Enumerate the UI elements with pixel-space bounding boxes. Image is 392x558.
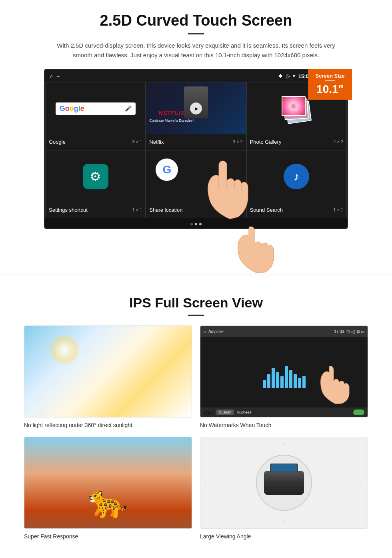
- car-circle: [256, 455, 312, 511]
- feature-img-sunlight: [24, 325, 192, 417]
- netflix-brand: NETFLIX: [149, 110, 194, 116]
- eq-custom-btn[interactable]: Custom: [216, 409, 234, 415]
- gallery-app-size: 2 × 2: [333, 139, 343, 144]
- gallery-item-3: 🌸: [282, 96, 306, 116]
- badge-label: Screen Size: [314, 73, 346, 79]
- pagination-bar: [45, 218, 347, 228]
- eq-title: Amplifier: [208, 329, 224, 334]
- car-visual: ↑ ↓ ← →: [200, 437, 368, 528]
- feature-img-car: ↑ ↓ ← →: [200, 437, 368, 529]
- equalizer-visual: ⌂ Amplifier 17:33 ⊡ ◁) ⊠ ▭: [200, 326, 368, 417]
- google-app-inner: Google 🎤: [46, 82, 145, 134]
- share-app-label: Share location: [149, 207, 182, 213]
- google-logo: Google: [60, 104, 84, 113]
- mic-icon: 🎤: [125, 105, 132, 112]
- feature-label-sunlight: No light reflecting under 360° direct su…: [24, 422, 132, 428]
- sound-app-size: 1 × 1: [333, 207, 343, 212]
- eq-bar-7: [289, 370, 292, 388]
- feature-item-sunlight: No light reflecting under 360° direct su…: [24, 325, 192, 429]
- app-cell-settings[interactable]: ⚙ ⚙ Settings shortcut 1 × 1: [45, 150, 146, 218]
- section-ips: IPS Full Screen View No light reflecting…: [0, 287, 392, 552]
- eq-main: [200, 337, 368, 407]
- feature-img-cheetah: 🐆: [24, 437, 192, 529]
- usb-icon: ⌁: [56, 73, 60, 79]
- section1-description: With 2.5D curved-display screen, this de…: [56, 41, 336, 60]
- eq-prev-icon: ◁◁: [204, 409, 213, 416]
- section1-divider: [188, 33, 204, 34]
- app-cell-netflix[interactable]: NETFLIX Continue Marvel's Daredevil Netf…: [146, 82, 246, 150]
- share-icon: G: [156, 159, 178, 181]
- cheetah-visual: 🐆: [24, 437, 192, 528]
- eq-hand: [320, 366, 352, 407]
- eq-bar-4: [276, 372, 279, 388]
- eq-bar-5: [280, 376, 284, 388]
- app-cell-share[interactable]: G: [146, 150, 246, 218]
- eq-loudness-label: loudness: [237, 410, 251, 414]
- view-angle-right: →: [359, 480, 364, 486]
- gallery-label-bar: Photo Gallery 2 × 2: [247, 134, 346, 150]
- sound-label-bar: Sound Search 1 × 1: [247, 202, 346, 218]
- sound-icon: ♪: [284, 164, 309, 189]
- device-screen: ⌂ ⌁ ✱ ◎ ▾ 15:06 ⊡ ◁) ⊠ ▭: [44, 69, 348, 229]
- eq-bar-10: [302, 376, 306, 388]
- settings-app-inner: ⚙ ⚙: [46, 151, 145, 203]
- google-search-bar[interactable]: Google 🎤: [56, 102, 136, 115]
- music-note-icon: ♪: [294, 170, 300, 183]
- view-angle-bottom: ↓: [283, 519, 285, 524]
- feature-item-car: ↑ ↓ ← → Large Viewing Angle: [200, 437, 368, 540]
- app-cell-google[interactable]: Google 🎤 Google 3 × 1: [45, 82, 146, 150]
- feature-item-cheetah: 🐆 Super Fast Response: [24, 437, 192, 540]
- sound-app-inner: ♪: [247, 151, 346, 203]
- badge-size: 10.1": [316, 83, 344, 95]
- dot-3: [199, 223, 202, 225]
- section2-divider: [188, 315, 204, 316]
- eq-bar-1: [263, 380, 266, 388]
- hand-side-container: [44, 231, 348, 255]
- share-app-inner: G: [146, 151, 246, 203]
- view-angle-left: ←: [204, 480, 209, 486]
- hand-pointing: [202, 157, 250, 223]
- eq-toggle[interactable]: [353, 409, 364, 415]
- home-icon: ⌂: [50, 73, 53, 79]
- eq-time: 17:33: [334, 329, 344, 334]
- app-cell-sound[interactable]: ♪ Sound Search 1 × 1: [246, 150, 347, 218]
- pagination-dots: [45, 223, 347, 225]
- eq-bar-8: [294, 374, 297, 388]
- eq-bar-6: [285, 366, 288, 388]
- status-bar: ⌂ ⌁ ✱ ◎ ▾ 15:06 ⊡ ◁) ⊠ ▭: [45, 70, 347, 82]
- eq-top-bar: ⌂ Amplifier 17:33 ⊡ ◁) ⊠ ▭: [200, 326, 368, 337]
- wifi-icon: ▾: [293, 73, 295, 79]
- settings-bg: ⚙: [46, 151, 145, 203]
- location-icon: ◎: [286, 73, 290, 79]
- settings-label-bar: Settings shortcut 1 × 1: [46, 202, 145, 218]
- eq-bottom-bar: ◁◁ Custom loudness: [200, 407, 368, 417]
- device-mockup: Screen Size 10.1" ⌂ ⌁ ✱ ◎ ▾ 15:06 ⊡ ◁) ⊠: [44, 69, 348, 229]
- eq-bar-3: [272, 368, 275, 388]
- google-app-label: Google: [49, 139, 66, 145]
- netflix-app-label: Netflix: [149, 139, 164, 145]
- feature-label-car: Large Viewing Angle: [200, 533, 251, 540]
- cheetah-emoji: 🐆: [88, 483, 128, 520]
- screen-size-badge: Screen Size 10.1": [308, 69, 352, 100]
- sound-app-label: Sound Search: [250, 207, 283, 213]
- netflix-logo-text: NETFLIX Continue Marvel's Daredevil: [149, 110, 194, 123]
- hand-side: [236, 227, 276, 276]
- section2-title: IPS Full Screen View: [24, 295, 368, 311]
- feature-img-equalizer: ⌂ Amplifier 17:33 ⊡ ◁) ⊠ ▭: [200, 325, 368, 417]
- eq-bar-2: [267, 374, 270, 388]
- feature-item-equalizer: ⌂ Amplifier 17:33 ⊡ ◁) ⊠ ▭: [200, 325, 368, 429]
- netflix-subtitle: Continue Marvel's Daredevil: [149, 118, 194, 122]
- section1-title: 2.5D Curved Touch Screen: [24, 12, 368, 29]
- view-angle-top: ↑: [283, 441, 285, 447]
- feature-grid: No light reflecting under 360° direct su…: [24, 325, 368, 540]
- settings-app-size: 1 × 1: [132, 207, 142, 212]
- bluetooth-icon: ✱: [278, 73, 282, 79]
- eq-home-icon: ⌂: [204, 329, 206, 334]
- eq-bars: [263, 356, 306, 388]
- eq-icons: ⊡ ◁) ⊠ ▭: [346, 329, 364, 334]
- section-divider: [0, 275, 392, 275]
- gallery-app-label: Photo Gallery: [250, 139, 282, 145]
- netflix-app-size: 3 × 2: [233, 139, 243, 144]
- dot-2: [195, 223, 197, 225]
- sunlight-visual: [24, 326, 192, 417]
